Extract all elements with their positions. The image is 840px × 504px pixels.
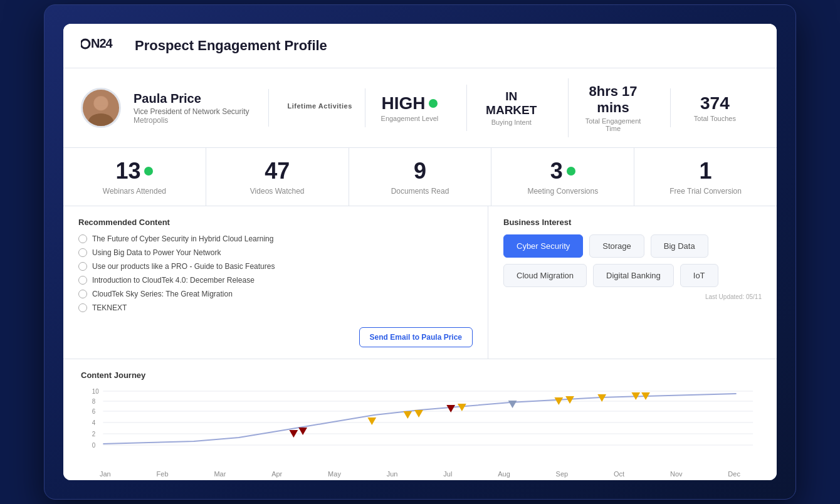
buying-intent-value: IN MARKET xyxy=(482,90,540,117)
radio-1[interactable] xyxy=(78,248,87,257)
chart-svg: 10 8 6 4 2 0 xyxy=(81,386,759,468)
engagement-label: Engagement Level xyxy=(381,115,439,122)
engagement-level-card: HIGH Engagement Level xyxy=(365,88,454,127)
chart-section: Content Journey 10 8 6 4 2 0 xyxy=(63,359,777,480)
radio-0[interactable] xyxy=(78,234,87,243)
divider xyxy=(268,89,269,127)
svg-text:6: 6 xyxy=(92,408,96,415)
send-email-button[interactable]: Send Email to Paula Price xyxy=(359,327,473,347)
tag-digital-banking[interactable]: Digital Banking xyxy=(593,264,674,287)
svg-text:4: 4 xyxy=(92,419,96,426)
marker-may-1 xyxy=(403,411,412,419)
marker-may-2 xyxy=(414,410,423,417)
metric-documents-label: Documents Read xyxy=(362,187,479,196)
card-header: N24 Prospect Engagement Profile xyxy=(63,24,777,68)
total-touches-value: 374 xyxy=(686,93,744,113)
lifetime-label: Lifetime Activities xyxy=(288,102,352,110)
tag-cloud-migration[interactable]: Cloud Migration xyxy=(503,264,587,287)
tag-iot[interactable]: IoT xyxy=(680,264,718,287)
metric-freetrial-label: Free Trial Conversion xyxy=(647,187,764,196)
radio-3[interactable] xyxy=(78,276,87,285)
metric-meetings-label: Meeting Conversions xyxy=(504,187,621,196)
green-dot-webinars xyxy=(144,167,153,176)
total-touches-label: Total Touches xyxy=(686,115,744,122)
profile-section: Paula Price Vice President of Network Se… xyxy=(63,68,777,148)
metric-meetings: 3 Meeting Conversions xyxy=(491,148,634,206)
metrics-row: 13 Webinars Attended 47 Videos Watched 9… xyxy=(63,148,777,206)
marker-jun-2 xyxy=(458,404,466,411)
metric-documents: 9 Documents Read xyxy=(349,148,492,206)
metric-videos-label: Videos Watched xyxy=(219,187,336,196)
svg-point-0 xyxy=(81,39,90,48)
engagement-value: HIGH xyxy=(381,93,439,113)
last-updated: Last Updated: 05/11 xyxy=(503,293,762,300)
marker-apr xyxy=(367,417,376,425)
chart-title: Content Journey xyxy=(81,370,759,380)
metric-videos-value: 47 xyxy=(219,158,336,184)
metric-documents-value: 9 xyxy=(362,158,479,184)
lifetime-label-block: Lifetime Activities xyxy=(288,102,352,113)
radio-5[interactable] xyxy=(78,303,87,312)
chart-container: 10 8 6 4 2 0 xyxy=(81,386,759,474)
content-item-2: Use our products like a PRO - Guide to B… xyxy=(78,262,473,271)
metric-videos: 47 Videos Watched xyxy=(206,148,349,206)
metric-meetings-value: 3 xyxy=(504,158,621,184)
svg-text:8: 8 xyxy=(92,398,96,405)
metric-freetrial: 1 Free Trial Conversion xyxy=(634,148,777,206)
tag-storage[interactable]: Storage xyxy=(589,234,644,258)
marker-jul xyxy=(508,401,517,408)
green-dot-engagement xyxy=(429,99,438,108)
metric-webinars-value: 13 xyxy=(76,158,193,184)
content-item-0: The Future of Cyber Security in Hybrid C… xyxy=(78,234,473,243)
radio-4[interactable] xyxy=(78,290,87,298)
avatar xyxy=(81,88,121,128)
metric-freetrial-value: 1 xyxy=(647,158,764,184)
profile-company: Metropolis xyxy=(134,116,249,125)
content-item-1: Using Big Data to Power Your Network xyxy=(78,248,473,257)
svg-text:N24: N24 xyxy=(91,36,113,50)
metric-webinars: 13 Webinars Attended xyxy=(63,148,206,206)
buying-intent-label: Buying Intent xyxy=(482,118,540,126)
business-interest: Business Interest Cyber Security Storage… xyxy=(488,206,777,359)
tag-big-data[interactable]: Big Data xyxy=(651,234,708,258)
tag-cyber-security[interactable]: Cyber Security xyxy=(503,234,583,258)
interest-tags: Cyber Security Storage Big Data Cloud Mi… xyxy=(503,234,762,287)
total-touches-card: 374 Total Touches xyxy=(670,88,759,127)
buying-intent-card: IN MARKET Buying Intent xyxy=(466,85,555,131)
metric-webinars-label: Webinars Attended xyxy=(76,187,193,196)
screen-frame: N24 Prospect Engagement Profile Pau xyxy=(44,4,796,500)
content-item-3: Introduction to CloudTek 4.0: December R… xyxy=(78,276,473,285)
recommended-title: Recommended Content xyxy=(78,218,473,227)
profile-info: Paula Price Vice President of Network Se… xyxy=(134,92,249,125)
svg-text:10: 10 xyxy=(92,388,99,395)
logo: N24 xyxy=(81,35,118,56)
page-title: Prospect Engagement Profile xyxy=(135,38,327,54)
svg-text:2: 2 xyxy=(92,431,96,438)
total-engagement-label: Total Engagement Time xyxy=(584,117,642,132)
radio-2[interactable] xyxy=(78,262,87,271)
total-engagement-card: 8hrs 17 mins Total Engagement Time xyxy=(568,78,657,137)
business-interest-title: Business Interest xyxy=(503,218,762,227)
content-item-5: TEKNEXT xyxy=(78,303,473,312)
recommended-content: Recommended Content The Future of Cyber … xyxy=(63,206,488,359)
content-item-4: CloudTek Sky Series: The Great Migration xyxy=(78,290,473,298)
total-engagement-value: 8hrs 17 mins xyxy=(584,83,642,116)
profile-title: Vice President of Network Security xyxy=(134,107,249,116)
green-dot-meetings xyxy=(567,167,575,176)
chart-x-labels: Jan Feb Mar Apr May Jun Jul Aug Sep Oct … xyxy=(81,470,759,478)
profile-name: Paula Price xyxy=(134,92,249,106)
svg-text:0: 0 xyxy=(92,442,96,449)
main-card: N24 Prospect Engagement Profile Pau xyxy=(63,24,777,480)
bottom-section: Recommended Content The Future of Cyber … xyxy=(63,206,777,359)
